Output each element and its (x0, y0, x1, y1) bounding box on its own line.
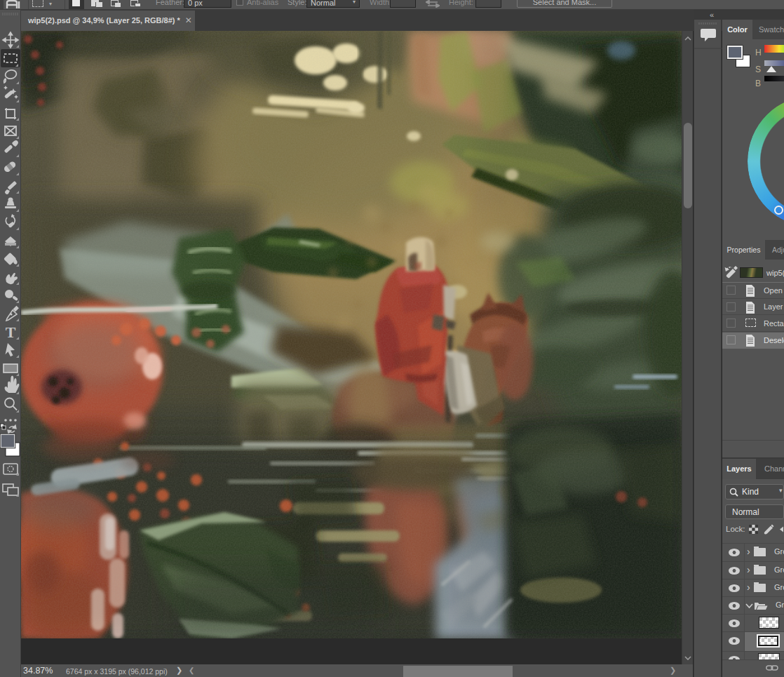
svg-text:T: T (6, 323, 16, 341)
